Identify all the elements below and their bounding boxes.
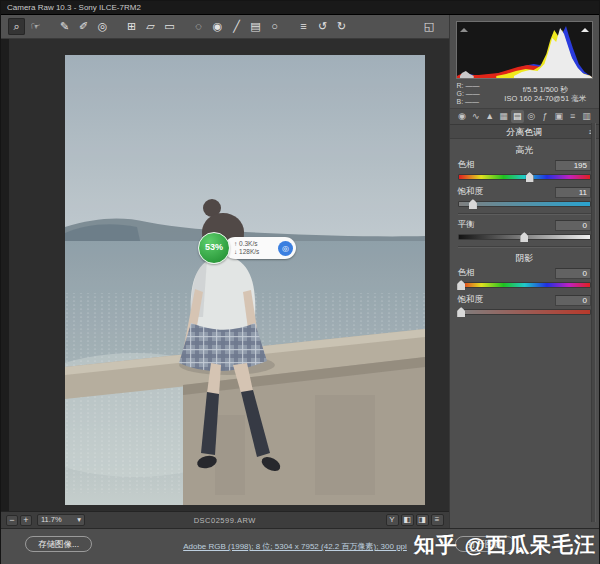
color-sampler-tool-icon[interactable]: ✐ <box>75 18 92 35</box>
preview-split-button[interactable]: ◨ <box>416 514 429 526</box>
red-eye-tool-icon[interactable]: ◉ <box>209 18 226 35</box>
exif-info-row: R: —— G: —— B: —— f/5.5 1/500 秒 ISO 160 … <box>450 81 600 108</box>
upload-speed: ↑ 0.3K/s <box>234 240 278 248</box>
chevron-down-icon: ▾ <box>77 515 81 525</box>
tab-lens-corrections[interactable]: ◎ <box>525 110 538 123</box>
toolbar: ⌕ ☞ ✎ ✐ ◎ ⊞ ▱ ▭ ◌ ◉ ╱ ▤ ○ ≡ ↺ ↻ ◱ <box>1 15 449 39</box>
overlay-app-icon[interactable]: ◎ <box>278 241 293 256</box>
tab-camera-calibration[interactable]: ▣ <box>552 110 565 123</box>
tab-tone-curve[interactable]: ∿ <box>469 110 482 123</box>
tab-effects[interactable]: ƒ <box>538 110 551 123</box>
highlights-saturation-value[interactable]: 11 <box>555 187 591 198</box>
rotate-left-icon[interactable]: ↺ <box>314 18 331 35</box>
shadows-hue-value[interactable]: 0 <box>555 268 591 279</box>
status-bar: − + 11.7% ▾ DSC02599.ARW Y ◧ ◨ ≡ <box>1 511 449 528</box>
transform-tool-icon[interactable]: ▭ <box>161 18 178 35</box>
preview-menu-button[interactable]: ≡ <box>431 514 444 526</box>
shadow-clipping-icon[interactable] <box>460 24 468 32</box>
slider-thumb[interactable] <box>520 232 528 242</box>
slider-thumb[interactable] <box>469 199 477 209</box>
crop-tool-icon[interactable]: ⊞ <box>123 18 140 35</box>
window-title: Camera Raw 10.3 - Sony ILCE-7RM2 <box>1 1 599 15</box>
photo-scene <box>65 55 425 505</box>
tab-presets[interactable]: ≡ <box>566 110 579 123</box>
photo-preview[interactable] <box>65 55 425 505</box>
tab-detail[interactable]: ▲ <box>483 110 496 123</box>
workflow-options-link[interactable]: Adobe RGB (1998); 8 位; 5304 x 7952 (42.2… <box>141 541 449 552</box>
exposure-line2: ISO 160 24-70@51 毫米 <box>499 94 593 104</box>
section-divider <box>458 213 592 215</box>
tab-basic[interactable]: ◉ <box>456 110 469 123</box>
shadows-section-label: 阴影 <box>458 252 592 265</box>
slider-thumb[interactable] <box>457 280 465 290</box>
save-image-button[interactable]: 存储图像... <box>25 536 92 552</box>
highlights-hue-slider[interactable] <box>458 174 592 180</box>
preview-toggles: Y ◧ ◨ ≡ <box>386 514 444 526</box>
preview-cycle-button[interactable]: Y <box>386 514 399 526</box>
straighten-tool-icon[interactable]: ▱ <box>142 18 159 35</box>
highlights-hue-label: 色相 <box>458 159 475 171</box>
bottom-bar: 存储图像... Adobe RGB (1998); 8 位; 5304 x 79… <box>1 528 599 564</box>
exposure-info: f/5.5 1/500 秒 ISO 160 24-70@51 毫米 <box>499 85 593 104</box>
hand-tool-icon[interactable]: ☞ <box>27 18 44 35</box>
tab-snapshots[interactable]: ▥ <box>580 110 593 123</box>
highlights-section-label: 高光 <box>458 144 592 157</box>
highlights-saturation-slider[interactable] <box>458 201 592 207</box>
graduated-filter-tool-icon[interactable]: ▤ <box>247 18 264 35</box>
adjustment-panel: R: —— G: —— B: —— f/5.5 1/500 秒 ISO 160 … <box>449 15 600 528</box>
histogram-plot <box>457 22 593 78</box>
spot-removal-tool-icon[interactable]: ◌ <box>190 18 207 35</box>
preview-left-strip <box>1 39 9 511</box>
zhihu-watermark: 知乎 @西瓜呆毛汪 <box>414 531 596 559</box>
panel-title: 分离色调 ≡ <box>450 125 600 139</box>
camera-raw-dialog: Camera Raw 10.3 - Sony ILCE-7RM2 ⌕ ☞ ✎ ✐… <box>0 0 600 564</box>
slider-thumb[interactable] <box>457 307 465 317</box>
highlights-saturation-label: 饱和度 <box>458 186 484 198</box>
split-toning-panel: 高光 色相 195 饱和度 11 平衡 0 <box>450 139 600 315</box>
shadows-hue-slider[interactable] <box>458 282 592 288</box>
shadows-saturation-label: 饱和度 <box>458 294 484 306</box>
zoom-tool-icon[interactable]: ⌕ <box>8 18 25 35</box>
preferences-icon[interactable]: ≡ <box>295 18 312 35</box>
highlights-hue-value[interactable]: 195 <box>555 160 591 171</box>
network-speed-pill[interactable]: ↑ 0.3K/s ↓ 128K/s ◎ <box>224 237 296 259</box>
histogram[interactable] <box>456 21 594 79</box>
panel-title-text: 分离色调 <box>506 127 542 137</box>
shadows-saturation-slider[interactable] <box>458 309 592 315</box>
zoom-in-button[interactable]: + <box>20 515 32 526</box>
shadows-saturation-value[interactable]: 0 <box>555 295 591 306</box>
highlight-clipping-icon[interactable] <box>581 24 589 32</box>
network-speed-overlay[interactable]: ↑ 0.3K/s ↓ 128K/s ◎ 53% <box>198 231 302 265</box>
zoom-level-value: 11.7% <box>41 515 62 525</box>
rgb-readout: R: —— G: —— B: —— <box>457 82 499 106</box>
radial-filter-tool-icon[interactable]: ○ <box>266 18 283 35</box>
exposure-line1: f/5.5 1/500 秒 <box>499 85 593 95</box>
panel-tabs: ◉ ∿ ▲ ▦ ▤ ◎ ƒ ▣ ≡ ▥ <box>450 108 600 125</box>
shadows-hue-label: 色相 <box>458 267 475 279</box>
balance-value[interactable]: 0 <box>555 220 591 231</box>
balance-slider[interactable] <box>458 234 592 240</box>
zoom-level-select[interactable]: 11.7% ▾ <box>37 514 85 526</box>
preview-area: ↑ 0.3K/s ↓ 128K/s ◎ 53% <box>1 39 449 511</box>
section-divider <box>458 246 592 248</box>
preview-before-after-button[interactable]: ◧ <box>401 514 414 526</box>
battery-percent-badge[interactable]: 53% <box>198 232 230 264</box>
download-speed: ↓ 128K/s <box>234 248 278 256</box>
adjustment-brush-tool-icon[interactable]: ╱ <box>228 18 245 35</box>
white-balance-tool-icon[interactable]: ✎ <box>56 18 73 35</box>
tab-split-toning[interactable]: ▤ <box>511 110 524 123</box>
slider-thumb[interactable] <box>526 172 534 182</box>
rotate-right-icon[interactable]: ↻ <box>333 18 350 35</box>
targeted-adjustment-tool-icon[interactable]: ◎ <box>94 18 111 35</box>
toggle-fullscreen-icon[interactable]: ◱ <box>421 18 438 35</box>
zoom-out-button[interactable]: − <box>6 515 18 526</box>
balance-label: 平衡 <box>458 219 475 231</box>
tab-hsl-grayscale[interactable]: ▦ <box>497 110 510 123</box>
